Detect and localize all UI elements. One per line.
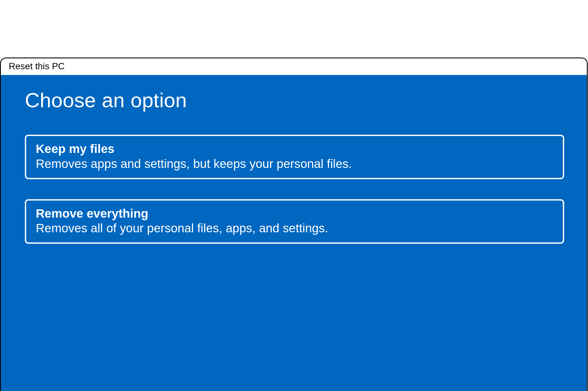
window-title: Reset this PC xyxy=(9,61,65,71)
window-titlebar: Reset this PC xyxy=(1,58,587,75)
page-heading: Choose an option xyxy=(25,88,564,112)
option-title: Keep my files xyxy=(36,142,553,156)
option-keep-my-files[interactable]: Keep my files Removes apps and settings,… xyxy=(25,135,564,179)
option-description: Removes all of your personal files, apps… xyxy=(36,221,553,235)
option-remove-everything[interactable]: Remove everything Removes all of your pe… xyxy=(25,199,564,244)
dialog-window: Reset this PC Choose an option Keep my f… xyxy=(0,57,588,391)
dialog-body: Choose an option Keep my files Removes a… xyxy=(1,75,587,391)
option-description: Removes apps and settings, but keeps you… xyxy=(36,157,553,171)
option-title: Remove everything xyxy=(36,207,553,221)
